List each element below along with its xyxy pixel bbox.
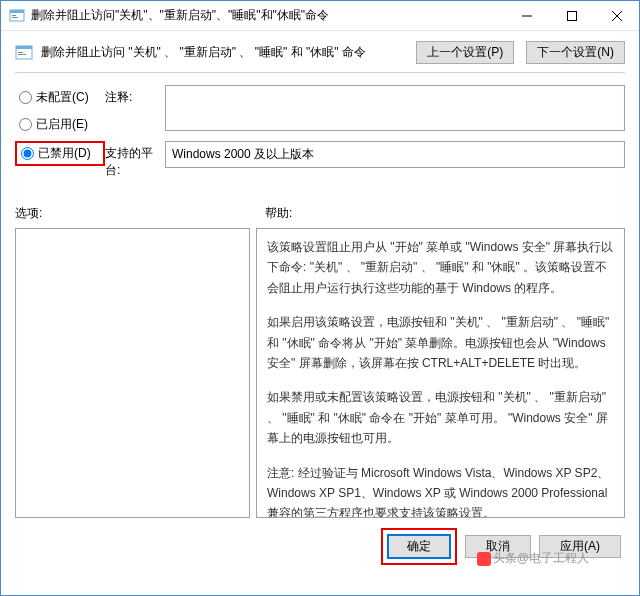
titlebar: 删除并阻止访问"关机"、"重新启动"、"睡眠"和"休眠"命令 [1,1,639,31]
platform-box: Windows 2000 及以上版本 [165,141,625,168]
svg-rect-5 [567,11,576,20]
radio-not-configured-input[interactable] [19,91,32,104]
svg-rect-2 [12,15,16,16]
options-label: 选项: [15,205,265,222]
divider [15,72,625,73]
svg-rect-1 [10,10,24,13]
minimize-button[interactable] [504,1,549,31]
next-setting-button[interactable]: 下一个设置(N) [526,41,625,64]
close-button[interactable] [594,1,639,31]
window-title: 删除并阻止访问"关机"、"重新启动"、"睡眠"和"休眠"命令 [31,7,504,24]
radio-disabled[interactable]: 已禁用(D) [15,141,105,166]
comment-textarea[interactable] [165,85,625,131]
radio-disabled-input[interactable] [21,147,34,160]
help-p2: 如果启用该策略设置，电源按钮和 "关机" 、 "重新启动" 、 "睡眠" 和 "… [267,312,614,373]
dialog-window: 删除并阻止访问"关机"、"重新启动"、"睡眠"和"休眠"命令 删除并阻止访问 "… [0,0,640,596]
policy-icon [15,44,33,62]
radio-not-configured[interactable]: 未配置(C) [15,87,105,108]
svg-rect-10 [18,52,23,53]
maximize-button[interactable] [549,1,594,31]
radio-enabled[interactable]: 已启用(E) [15,114,105,135]
platform-label: 支持的平台: [105,141,165,179]
ok-button[interactable]: 确定 [387,534,451,559]
options-panel [15,228,250,518]
watermark-icon [477,552,491,566]
prev-setting-button[interactable]: 上一个设置(P) [416,41,514,64]
help-panel: 该策略设置阻止用户从 "开始" 菜单或 "Windows 安全" 屏幕执行以下命… [256,228,625,518]
ok-highlight: 确定 [381,528,457,565]
svg-rect-9 [16,46,32,49]
app-icon [9,8,25,24]
policy-title: 删除并阻止访问 "关机" 、 "重新启动" 、 "睡眠" 和 "休眠" 命令 [41,44,404,61]
help-label: 帮助: [265,205,292,222]
svg-rect-11 [18,54,26,55]
comment-label: 注释: [105,85,165,106]
help-p3: 如果禁用或未配置该策略设置，电源按钮和 "关机" 、 "重新启动" 、 "睡眠"… [267,387,614,448]
help-p4: 注意: 经过验证与 Microsoft Windows Vista、Window… [267,463,614,518]
radio-enabled-input[interactable] [19,118,32,131]
help-p1: 该策略设置阻止用户从 "开始" 菜单或 "Windows 安全" 屏幕执行以下命… [267,237,614,298]
svg-rect-3 [12,17,18,18]
watermark: 头条@电子工程人 [477,550,589,567]
